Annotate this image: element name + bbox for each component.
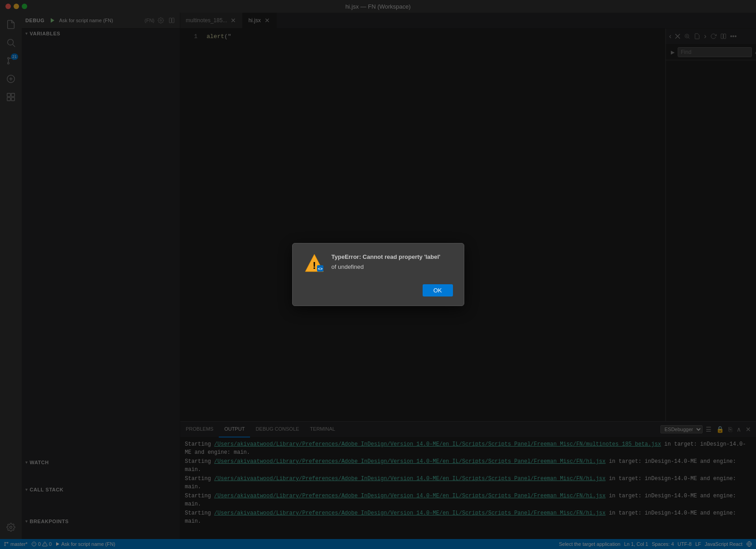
modal-actions: OK	[303, 284, 453, 296]
svg-text:!: !	[313, 260, 316, 271]
modal-text: TypeError: Cannot read property 'label' …	[332, 253, 441, 271]
modal-subtitle: of undefined	[332, 262, 441, 272]
modal-content: ! <> TypeError: Cannot read property 'la…	[303, 253, 453, 277]
svg-text:<>: <>	[318, 267, 323, 271]
modal-dialog: ! <> TypeError: Cannot read property 'la…	[292, 243, 464, 306]
modal-title: TypeError: Cannot read property 'label'	[332, 253, 441, 262]
modal-ok-button[interactable]: OK	[423, 284, 453, 296]
warning-icon: ! <>	[303, 253, 325, 277]
modal-overlay: ! <> TypeError: Cannot read property 'la…	[0, 0, 756, 549]
